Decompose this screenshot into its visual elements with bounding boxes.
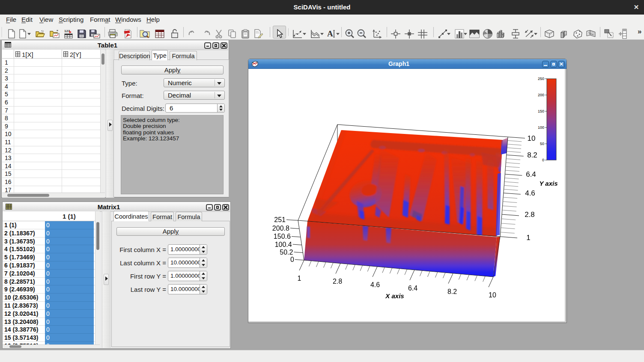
svg-text:100: 100 bbox=[538, 125, 544, 130]
svg-text:4.6: 4.6 bbox=[525, 189, 535, 197]
svg-text:2.8: 2.8 bbox=[525, 211, 535, 219]
svg-text:100.4: 100.4 bbox=[275, 241, 292, 248]
svg-text:50: 50 bbox=[540, 142, 544, 146]
svg-text:150.6: 150.6 bbox=[274, 233, 291, 240]
svg-text:150: 150 bbox=[538, 109, 544, 113]
svg-text:Y axis: Y axis bbox=[539, 180, 558, 187]
svg-text:1: 1 bbox=[526, 234, 530, 242]
svg-text:0: 0 bbox=[290, 256, 294, 263]
svg-text:A: A bbox=[327, 29, 333, 38]
svg-text:0: 0 bbox=[542, 158, 544, 162]
svg-text:X axis: X axis bbox=[385, 292, 404, 300]
svg-text:2.8: 2.8 bbox=[333, 278, 342, 285]
svg-text:10: 10 bbox=[489, 291, 496, 299]
svg-text:8.2: 8.2 bbox=[447, 288, 457, 295]
svg-text:6.4: 6.4 bbox=[526, 170, 536, 178]
svg-text:8.2: 8.2 bbox=[527, 151, 537, 159]
svg-text:6.4: 6.4 bbox=[408, 285, 417, 292]
svg-text:200.8: 200.8 bbox=[272, 225, 289, 232]
svg-text:250: 250 bbox=[538, 77, 544, 81]
svg-text:50.2: 50.2 bbox=[280, 249, 293, 256]
svg-text:123: 123 bbox=[64, 29, 70, 33]
svg-text:10: 10 bbox=[528, 134, 536, 142]
svg-text:4.6: 4.6 bbox=[370, 281, 380, 288]
svg-text:200: 200 bbox=[538, 93, 544, 97]
svg-text:251: 251 bbox=[274, 216, 286, 223]
svg-text:1: 1 bbox=[298, 275, 301, 282]
